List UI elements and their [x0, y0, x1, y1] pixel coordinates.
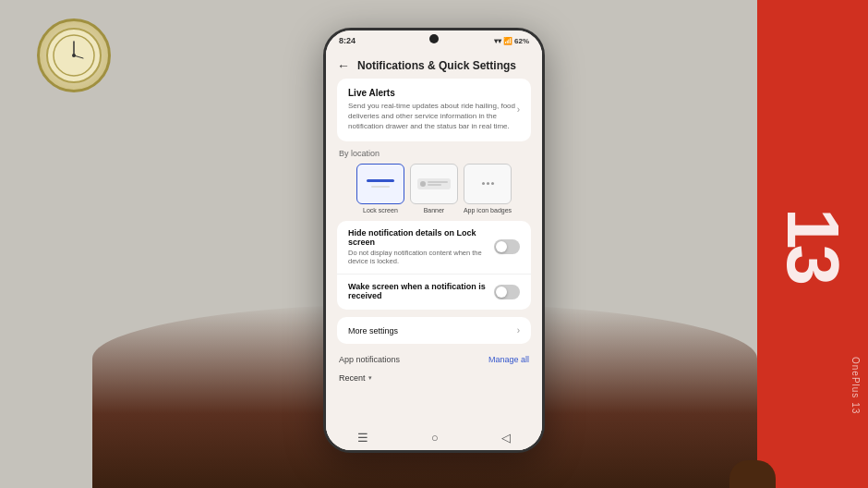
notif-type-lock-screen[interactable]: Lock screen — [356, 164, 404, 214]
badge-dot-2 — [487, 182, 489, 185]
nav-menu-icon[interactable]: ☰ — [357, 431, 368, 445]
app-notifications-label: App notifications — [339, 355, 400, 364]
toggle-section: Hide notification details on Lock screen… — [337, 221, 531, 311]
hide-notification-title: Hide notification details on Lock screen — [348, 228, 487, 247]
banner-icon-box — [410, 164, 458, 204]
wake-screen-toggle[interactable] — [494, 285, 520, 299]
badge-dot-3 — [491, 182, 494, 185]
battery-icon: 62% — [514, 37, 529, 45]
badges-label: App icon badges — [464, 207, 512, 214]
status-time: 8:24 — [339, 36, 356, 45]
notification-types: Lock screen — [337, 164, 531, 214]
svg-point-3 — [72, 54, 76, 57]
live-alerts-chevron[interactable]: › — [517, 104, 520, 115]
signal-icon: 📶 — [503, 37, 512, 45]
wake-screen-row: Wake screen when a notification is recei… — [337, 274, 531, 310]
wake-screen-text: Wake screen when a notification is recei… — [348, 282, 494, 302]
live-alerts-text: Live Alerts Send you real-time updates a… — [348, 88, 517, 132]
top-bar: ← Notifications & Quick Settings — [326, 51, 542, 79]
clock-decoration — [37, 18, 111, 92]
banner-label: Banner — [424, 207, 445, 214]
lock-screen-blue-bar — [367, 179, 394, 182]
hide-notification-knob — [496, 241, 507, 252]
hide-notification-text: Hide notification details on Lock screen… — [348, 228, 494, 267]
phone-device: 8:24 ▾▾ 📶 62% ← Notifications & Quick Se… — [323, 28, 545, 453]
red-box-brand-text: OnePlus 13 — [850, 357, 861, 414]
badges-icon-box — [464, 164, 512, 204]
screen-content: ← Notifications & Quick Settings Live Al… — [326, 51, 542, 450]
banner-lines-area — [428, 181, 448, 186]
by-location-label: By location — [337, 149, 531, 158]
manage-all-button[interactable]: Manage all — [488, 355, 529, 364]
live-alerts-title: Live Alerts — [348, 88, 517, 98]
banner-dot — [420, 181, 426, 187]
back-button[interactable]: ← — [337, 58, 350, 73]
recent-row[interactable]: Recent ▾ — [337, 372, 531, 384]
nav-home-icon[interactable]: ○ — [431, 431, 439, 445]
notif-type-banner[interactable]: Banner — [410, 164, 458, 214]
live-alerts-desc: Send you real-time updates about ride ha… — [348, 101, 517, 132]
banner-preview — [417, 178, 451, 189]
notif-type-badges[interactable]: App icon badges — [464, 164, 512, 214]
hide-notification-desc: Do not display notification content when… — [348, 249, 487, 267]
recent-chevron: ▾ — [368, 374, 372, 382]
lock-screen-icon-box — [356, 164, 404, 204]
clock-face — [46, 28, 102, 83]
wake-screen-knob — [496, 287, 507, 298]
badges-dots — [482, 182, 494, 185]
nav-bar: ☰ ○ ◁ — [326, 424, 542, 450]
camera-notch — [429, 34, 439, 43]
more-settings-row[interactable]: More settings › — [337, 317, 531, 344]
lock-screen-label: Lock screen — [363, 207, 398, 214]
app-notifications-header: App notifications Manage all — [337, 351, 531, 368]
by-location-section: By location Lock screen — [337, 149, 531, 214]
banner-line1 — [428, 181, 448, 183]
wifi-icon: ▾▾ — [494, 37, 501, 45]
badge-dot-1 — [482, 182, 485, 185]
thumb-decoration — [729, 460, 776, 488]
page-title: Notifications & Quick Settings — [357, 59, 516, 72]
more-settings-chevron: › — [517, 325, 520, 336]
more-settings-label: More settings — [348, 326, 398, 336]
recent-label: Recent — [339, 373, 366, 383]
red-box-number: 13 — [776, 208, 850, 281]
red-box-decoration: 13 OnePlus 13 — [757, 0, 868, 488]
status-icons: ▾▾ 📶 62% — [494, 37, 529, 45]
banner-line2 — [428, 184, 441, 186]
live-alerts-row: Live Alerts Send you real-time updates a… — [348, 88, 520, 132]
hide-notification-toggle[interactable] — [494, 239, 520, 254]
phone-wrapper: 8:24 ▾▾ 📶 62% ← Notifications & Quick Se… — [323, 28, 545, 453]
live-alerts-card: Live Alerts Send you real-time updates a… — [337, 79, 531, 141]
nav-back-icon[interactable]: ◁ — [501, 431, 511, 445]
wake-screen-title: Wake screen when a notification is recei… — [348, 282, 487, 300]
main-content: Live Alerts Send you real-time updates a… — [326, 79, 542, 384]
more-settings-card: More settings › — [337, 317, 531, 344]
hide-notification-row: Hide notification details on Lock screen… — [337, 221, 531, 274]
lock-screen-line — [371, 186, 390, 188]
